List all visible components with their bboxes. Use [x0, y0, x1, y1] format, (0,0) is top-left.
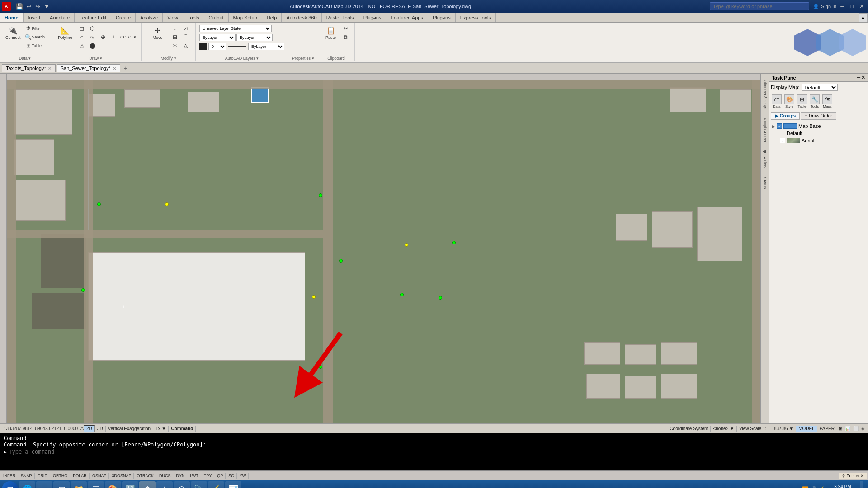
cut-button[interactable]: ✂	[341, 24, 351, 33]
tab-plug-ins[interactable]: Plug-ins	[359, 13, 387, 22]
draw-8-button[interactable]: +	[108, 24, 118, 50]
app5-button[interactable]: ☰	[88, 481, 104, 488]
mod-5-button[interactable]: ⌒	[181, 33, 191, 41]
draw-3-button[interactable]: △	[77, 42, 87, 50]
icon-2[interactable]: 📊	[844, 426, 852, 431]
task-icon-style[interactable]: 🎨 Style	[784, 94, 794, 108]
pointer-button[interactable]: ⊹ Pointer ✕	[839, 473, 867, 479]
mod-6-button[interactable]: △	[181, 42, 191, 50]
tab-view[interactable]: View	[163, 13, 183, 22]
autocad-taskbar-button[interactable]: ⚙	[139, 481, 156, 488]
connect-button[interactable]: 🔌 Connect	[4, 24, 23, 50]
volume-icon[interactable]: 🔊	[810, 486, 817, 488]
search-button[interactable]: 🔍 Search	[24, 33, 47, 41]
yw-toggle[interactable]: YW	[237, 473, 249, 479]
task-icon-tools[interactable]: 🔧 Tools	[810, 94, 820, 108]
osnap-toggle[interactable]: OSNAP	[90, 473, 109, 479]
mod-4-button[interactable]: ⊿	[181, 24, 191, 33]
draw-5-button[interactable]: ∿	[87, 33, 97, 41]
tab-analyze[interactable]: Analyze	[136, 13, 163, 22]
mod-1-button[interactable]: ↕	[170, 24, 180, 33]
ducs-toggle[interactable]: DUCS	[157, 473, 174, 479]
close-button[interactable]: ✕	[857, 3, 866, 9]
explorer-button[interactable]: 📁	[71, 481, 87, 488]
paste-button[interactable]: 📋 Paste	[322, 24, 340, 41]
tab-plug-ins2[interactable]: Plug-ins	[428, 13, 456, 22]
pointer-close[interactable]: ✕	[860, 474, 864, 478]
display-map-dropdown[interactable]: Default	[802, 84, 838, 91]
tree-item-mapbase[interactable]: ▶ ✓ Map Base	[771, 122, 866, 130]
tpy-toggle[interactable]: TPY	[202, 473, 215, 479]
tab-featured-apps[interactable]: Featured Apps	[386, 13, 428, 22]
outlook-button[interactable]: ✉	[53, 481, 70, 488]
infer-snap[interactable]: INFER	[1, 473, 18, 479]
tab-help[interactable]: Help	[262, 13, 282, 22]
mod-3-button[interactable]: ✂	[170, 42, 180, 50]
bylayer-3-dropdown[interactable]: ByLayer	[248, 43, 284, 50]
vert-exag-value[interactable]: 1x ▼	[153, 426, 169, 432]
tab-annotate[interactable]: Annotate	[45, 13, 75, 22]
tab-feature-edit[interactable]: Feature Edit	[75, 13, 111, 22]
coord-system-value[interactable]: <none> ▼	[711, 426, 737, 432]
lwt-toggle[interactable]: LWT	[188, 473, 201, 479]
calc-button[interactable]: 🔢	[122, 481, 138, 488]
new-tab-button[interactable]: +	[121, 64, 130, 73]
bylayer-2-dropdown[interactable]: ByLayer	[236, 34, 273, 41]
restore-button[interactable]: □	[848, 3, 856, 9]
polar-toggle[interactable]: POLAR	[71, 473, 90, 479]
draw-order-tab[interactable]: ≡ Draw Order	[801, 112, 836, 120]
tab-tools[interactable]: Tools	[183, 13, 204, 22]
map-book-tab[interactable]: Map Book	[762, 146, 768, 172]
tab-taxlots-close[interactable]: ✕	[48, 66, 52, 71]
survey-tab[interactable]: Survey	[762, 173, 768, 193]
mapbase-checkbox[interactable]: ✓	[777, 123, 782, 129]
icon-1[interactable]: ⊞	[837, 426, 844, 431]
task-pane-close[interactable]: ✕	[861, 75, 865, 80]
tree-item-default[interactable]: Default	[771, 130, 866, 137]
bylayer-1-dropdown[interactable]: ByLayer	[199, 34, 236, 41]
snap-toggle[interactable]: SNAP	[19, 473, 35, 479]
mod-2-button[interactable]: ⊞	[170, 33, 180, 41]
qa-undo[interactable]: ↩	[25, 3, 33, 10]
qp-toggle[interactable]: QP	[215, 473, 226, 479]
filter-button[interactable]: ⚗ Filter	[24, 24, 47, 33]
ie-button[interactable]: 🌐	[19, 481, 35, 488]
layer-state-dropdown[interactable]: Unsaved Layer State	[199, 25, 272, 32]
command-input-field[interactable]	[9, 449, 864, 455]
doc-tab-taxlots[interactable]: Taxlots_Topology* ✕	[2, 64, 56, 72]
qa-save[interactable]: 💾	[14, 3, 24, 10]
draw-4-button[interactable]: ⬡	[87, 24, 97, 33]
icon-4[interactable]: ◈	[860, 426, 866, 431]
sign-in-label[interactable]: Sign In	[821, 4, 836, 9]
search-input[interactable]	[710, 2, 809, 10]
view-scale-value[interactable]: 1837.86 ▼	[769, 426, 796, 432]
app11-button[interactable]: 📎	[191, 481, 207, 488]
app10-button[interactable]: ⬡	[174, 481, 190, 488]
drawing-viewport[interactable]: +	[7, 80, 760, 423]
3d-button[interactable]: 3D	[95, 426, 106, 432]
default-checkbox[interactable]	[780, 131, 785, 136]
tab-home[interactable]: Home	[0, 13, 24, 22]
ortho-toggle[interactable]: ORTHO	[51, 473, 70, 479]
dyn-toggle[interactable]: DYN	[174, 473, 187, 479]
polyline-button[interactable]: 📐 Polyline	[54, 24, 76, 50]
copy-button[interactable]: ⧉	[341, 33, 351, 41]
tree-item-aerial[interactable]: ✓ Aerial	[771, 137, 866, 144]
task-pane-minimize[interactable]: ─	[857, 75, 860, 80]
aerial-checkbox[interactable]: ✓	[780, 138, 785, 143]
start-button[interactable]: ⊞	[2, 481, 18, 488]
chrome-button[interactable]: ●	[36, 481, 52, 488]
draw-6-button[interactable]: ⬤	[87, 42, 97, 50]
app9-button[interactable]: ★	[156, 481, 173, 488]
draw-1-button[interactable]: ◻	[77, 24, 87, 33]
grid-toggle[interactable]: GRID	[35, 473, 51, 479]
2d-button[interactable]: 2D	[84, 425, 95, 432]
otrack-toggle[interactable]: OTRACK	[134, 473, 156, 479]
cogo-button[interactable]: COGO ▾	[119, 24, 137, 50]
move-button[interactable]: ✢ Move	[146, 24, 169, 50]
tab-autodesk360[interactable]: Autodesk 360	[282, 13, 321, 22]
tab-map-setup[interactable]: Map Setup	[229, 13, 262, 22]
tab-express-tools[interactable]: Express Tools	[456, 13, 496, 22]
qa-dropdown[interactable]: ▼	[42, 3, 51, 10]
qa-redo[interactable]: ↪	[34, 3, 42, 10]
